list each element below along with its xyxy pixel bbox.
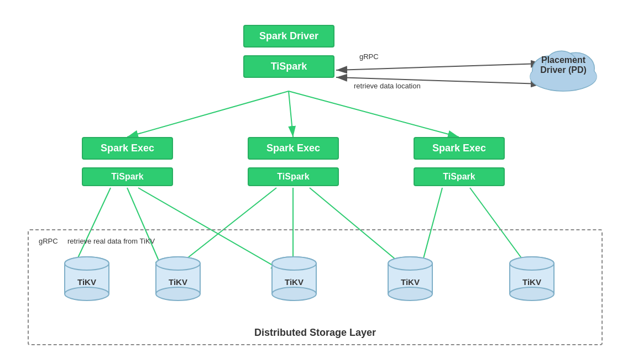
tispark-main-node: TiSpark [243,55,334,78]
tispark-exec-1-label: TiSpark [111,172,143,181]
grpc-label-top: gRPC [359,52,379,61]
tikv-5-label: TiKV [522,277,541,287]
svg-point-31 [272,287,316,300]
svg-point-39 [510,287,554,300]
svg-point-32 [272,257,316,270]
tispark-main-label: TiSpark [271,61,307,72]
svg-line-3 [336,64,542,70]
tikv-2-label: TiKV [169,277,187,287]
svg-line-7 [289,91,459,137]
svg-point-40 [510,257,554,270]
tispark-exec-3-node: TiSpark [414,167,505,186]
tikv-5-container: TiKV [504,252,559,310]
spark-driver-label: Spark Driver [259,30,318,41]
architecture-diagram: Spark Driver TiSpark gRPC retrieve data … [0,0,638,364]
svg-point-23 [65,287,109,300]
svg-point-27 [156,287,200,300]
grpc-storage-label: gRPC [39,237,58,245]
spark-exec-3-label: Spark Exec [432,143,486,154]
placement-driver-label: Placement Driver (PD) [527,55,599,75]
spark-exec-1-label: Spark Exec [101,143,154,154]
spark-exec-2-node: Spark Exec [248,137,339,160]
retrieve-real-data-label: retrieve real data from TiKV [67,237,155,245]
svg-point-35 [388,287,432,300]
tikv-1-container: TiKV [59,252,114,310]
svg-line-6 [289,91,293,137]
retrieve-data-location-label: retrieve data location [354,82,421,90]
svg-point-36 [388,257,432,270]
tikv-1-label: TiKV [77,277,96,287]
tikv-4-label: TiKV [401,277,420,287]
spark-exec-1-node: Spark Exec [82,137,173,160]
tispark-exec-3-label: TiSpark [443,172,475,181]
tikv-4-container: TiKV [383,252,438,310]
tispark-exec-2-label: TiSpark [277,172,309,181]
tispark-exec-2-node: TiSpark [248,167,339,186]
tikv-3-container: TiKV [266,252,322,310]
spark-driver-node: Spark Driver [243,25,334,48]
tispark-exec-1-node: TiSpark [82,167,173,186]
tikv-3-label: TiKV [285,277,304,287]
spark-exec-3-node: Spark Exec [414,137,505,160]
storage-layer-label: Distributed Storage Layer [29,327,602,339]
tikv-2-container: TiKV [150,252,206,310]
spark-exec-2-label: Spark Exec [266,143,320,154]
svg-line-5 [127,91,289,137]
svg-point-24 [65,257,109,270]
svg-point-28 [156,257,200,270]
storage-layer-box: gRPC retrieve real data from TiKV TiKV [28,229,603,345]
